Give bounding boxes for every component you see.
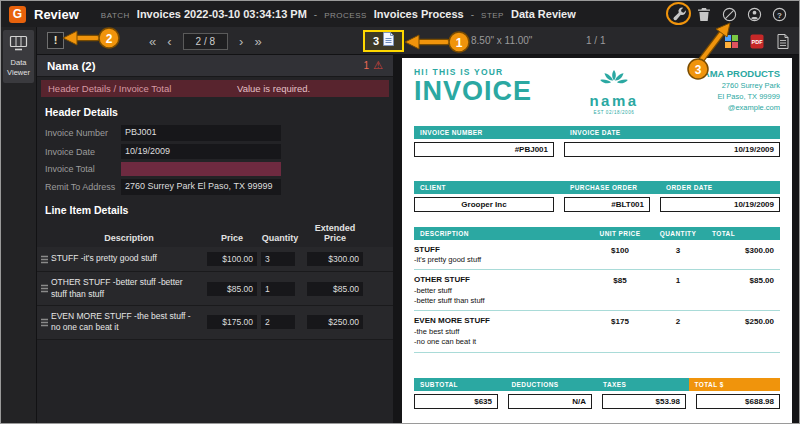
invoice-date-input[interactable]: 10/19/2009 [121, 144, 281, 160]
company-address-line1: 2760 Surrey Park [696, 81, 780, 92]
item-description: EVEN MORE STUFF -the best stuff -no one … [414, 316, 590, 347]
invoice-date-value: 10/19/2009 [564, 142, 780, 157]
row-extended-input[interactable]: $85.00 [307, 282, 363, 296]
purchase-order-value: #BLT001 [564, 197, 650, 212]
document-position-indicator[interactable]: 2 / 8 [183, 33, 228, 50]
table-row[interactable]: STUFF -it's pretty good stuff $100.00 3 … [37, 247, 393, 272]
field-label: Invoice Total [45, 164, 121, 174]
batch-value: Invoices 2022-03-10 03:34:13 PM [137, 8, 307, 20]
invoice-date-label: INVOICE DATE [564, 126, 780, 139]
document-viewer[interactable]: HI! THIS IS YOUR INVOICE nama EST 02/18/… [393, 55, 799, 423]
taxes-value: $53.98 [602, 394, 686, 409]
row-quantity-input[interactable]: 3 [261, 252, 295, 266]
row-quantity-input[interactable]: 2 [261, 315, 295, 329]
user-account-icon[interactable] [746, 6, 762, 22]
document-title: Nama (2) [47, 60, 96, 72]
help-icon[interactable]: ? [771, 6, 787, 22]
validation-error-banner[interactable]: Header Details / Invoice Total Value is … [41, 80, 389, 97]
totals-header: SUBTOTAL DEDUCTIONS TAXES TOTAL $ [414, 378, 780, 391]
top-bar-actions: ? [671, 6, 791, 22]
client-value: Grooper Inc [414, 197, 554, 212]
pdf-export-icon[interactable]: PDF [749, 33, 765, 49]
invoice-number-label: INVOICE NUMBER [414, 126, 564, 139]
invoice-line-item: OTHER STUFF -better stuff -better stuff … [414, 270, 780, 311]
page-count-indicator[interactable]: 3 [363, 30, 404, 52]
row-quantity-input[interactable]: 1 [261, 282, 295, 296]
invoice-header: HI! THIS IS YOUR INVOICE nama EST 02/18/… [402, 58, 792, 117]
row-grip-icon[interactable] [37, 255, 51, 264]
row-price-input[interactable]: $85.00 [207, 282, 257, 296]
row-grip-icon[interactable] [37, 318, 51, 327]
invoice-total-input[interactable] [121, 162, 281, 176]
quantity-column-label: QUANTITY [650, 227, 706, 240]
subtotal-value: $635 [414, 394, 498, 409]
totals-values: $635 N/A $53.98 $688.98 [414, 394, 780, 409]
flagged-items-button[interactable]: ! [47, 32, 64, 49]
client-meta-header: CLIENT PURCHASE ORDER ORDER DATE [414, 181, 780, 194]
row-extended-input[interactable]: $250.00 [307, 315, 363, 329]
row-grip-icon[interactable] [37, 284, 51, 293]
invoice-number-value: #PBJ001 [414, 142, 554, 157]
field-label: Invoice Date [45, 147, 121, 157]
cancel-slash-icon[interactable] [721, 6, 737, 22]
left-rail: Data Viewer [1, 27, 37, 423]
page-position-indicator[interactable]: 1 / 1 [586, 35, 605, 46]
row-extended-input[interactable]: $300.00 [307, 252, 363, 266]
row-price-input[interactable]: $100.00 [207, 252, 257, 266]
purchase-order-label: PURCHASE ORDER [564, 181, 660, 194]
previous-document-button[interactable]: ‹ [167, 35, 171, 48]
field-row-invoice-date: Invoice Date 10/19/2009 [45, 144, 393, 160]
error-count: 1 [364, 60, 370, 71]
tab-data-viewer[interactable]: Data Viewer [3, 30, 34, 83]
item-unit-price: $175 [590, 316, 650, 347]
company-name: NAMA PRODUCTS [696, 67, 780, 81]
separator: - [471, 9, 474, 20]
invoice-document[interactable]: HI! THIS IS YOUR INVOICE nama EST 02/18/… [402, 58, 792, 423]
page-title: Review [34, 7, 79, 22]
company-address-line2: El Paso, TX 99999 [696, 92, 780, 103]
thumbnails-grid-icon[interactable] [723, 33, 739, 49]
delete-trash-icon[interactable] [696, 6, 712, 22]
step-value: Data Review [511, 8, 576, 20]
line-items-title: Line Item Details [45, 204, 393, 216]
error-field-path: Header Details / Invoice Total [48, 83, 171, 94]
column-extended-price: Extended Price [305, 223, 365, 243]
field-label: Remit To Address [45, 182, 121, 192]
column-quantity: Quantity [261, 233, 299, 243]
svg-text:PDF: PDF [752, 39, 764, 45]
item-total: $250.00 [706, 316, 780, 347]
lotus-icon [596, 68, 632, 89]
row-price-input[interactable]: $175.00 [207, 315, 257, 329]
batch-label: BATCH [101, 11, 130, 20]
invoice-number-input[interactable]: PBJ001 [121, 125, 281, 141]
company-info: NAMA PRODUCTS 2760 Surrey Park El Paso, … [696, 67, 780, 113]
field-label: Invoice Number [45, 128, 121, 138]
document-file-icon[interactable] [775, 33, 791, 49]
invoice-line-item: EVEN MORE STUFF -the best stuff -no one … [414, 311, 780, 352]
client-label: CLIENT [414, 181, 564, 194]
table-row[interactable]: EVEN MORE STUFF -the best stuff -no one … [37, 306, 393, 340]
first-document-button[interactable]: « [149, 35, 156, 48]
grooper-logo-icon[interactable]: G [9, 6, 26, 23]
total-value: $688.98 [696, 394, 780, 409]
data-viewer-icon [9, 37, 28, 54]
document-header[interactable]: Nama (2) 1 ⚠ [37, 55, 393, 77]
row-description: OTHER STUFF -better stuff -better stuff … [51, 277, 207, 300]
next-document-button[interactable]: › [239, 35, 243, 48]
remit-to-address-input[interactable]: 2760 Surrey Park El Paso, TX 99999 [121, 179, 281, 195]
error-indicator[interactable]: 1 ⚠ [364, 60, 383, 71]
page-file-icon [383, 32, 394, 50]
item-quantity: 1 [650, 275, 706, 306]
page-dimensions-label: 8.50" x 11.00" [471, 35, 532, 46]
process-label: PROCESS [324, 11, 367, 20]
last-document-button[interactable]: » [254, 35, 261, 48]
separator: - [314, 9, 317, 20]
settings-wrench-icon[interactable] [671, 6, 687, 22]
taxes-label: TAXES [597, 378, 689, 391]
invoice-meta-header: INVOICE NUMBER INVOICE DATE [414, 126, 780, 139]
item-unit-price: $85 [590, 275, 650, 306]
table-row[interactable]: OTHER STUFF -better stuff -better stuff … [37, 272, 393, 306]
order-date-value: 10/19/2009 [660, 197, 780, 212]
page-count-value: 3 [373, 35, 379, 47]
invoice-title: INVOICE [414, 77, 532, 105]
